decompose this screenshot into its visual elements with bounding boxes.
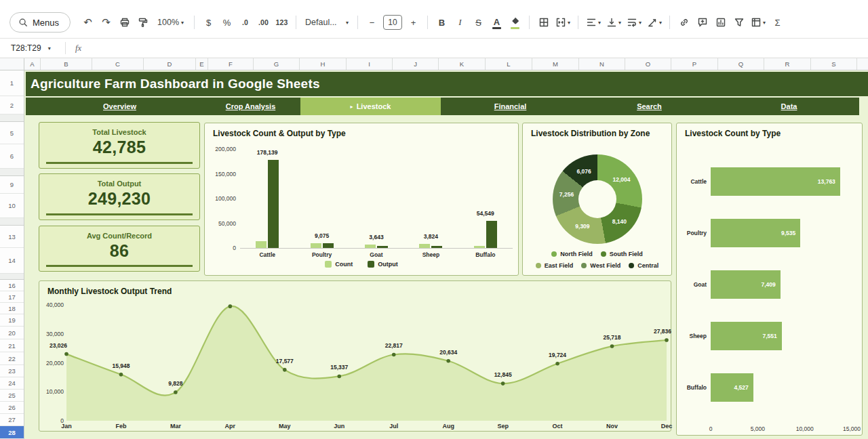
row-header-18[interactable]: 18 bbox=[0, 303, 24, 314]
column-header-P[interactable]: P bbox=[671, 58, 718, 70]
count-bar-cattle[interactable] bbox=[256, 241, 267, 248]
count-bar-cattle[interactable]: 13,763 bbox=[711, 167, 840, 196]
strikethrough-button[interactable]: S bbox=[470, 14, 487, 31]
nav-tab-search[interactable]: Search bbox=[580, 98, 719, 115]
chart-monthly-output-trend[interactable]: Monthly Livestock Output Trend 010,00020… bbox=[39, 280, 671, 432]
row-header-27[interactable]: 27 bbox=[0, 414, 24, 426]
text-wrap-button[interactable]: ▾ bbox=[625, 14, 644, 31]
column-header-L[interactable]: L bbox=[486, 58, 532, 70]
nav-tab-crop-analysis[interactable]: Crop Analysis bbox=[201, 98, 300, 115]
column-header-K[interactable]: K bbox=[439, 58, 486, 70]
row-header-5[interactable]: 5 bbox=[0, 122, 24, 144]
count-bar-poultry[interactable] bbox=[311, 243, 321, 248]
count-bar-sheep[interactable]: 7,551 bbox=[711, 322, 782, 350]
count-bar-goat[interactable] bbox=[365, 245, 376, 248]
count-bar-buffalo[interactable]: 4,527 bbox=[711, 373, 753, 402]
nav-tab-financial[interactable]: Financial bbox=[441, 98, 580, 115]
kpi-card-3[interactable]: Avg Count/Record86 bbox=[39, 226, 200, 272]
nav-tab-data[interactable]: Data bbox=[719, 98, 859, 115]
table-views-button[interactable]: ▾ bbox=[749, 14, 768, 31]
row-header-16[interactable]: 16 bbox=[0, 280, 24, 291]
chart-distribution-by-zone[interactable]: Livestock Distribution by Zone 12,0048,1… bbox=[522, 123, 672, 276]
column-header-E[interactable]: E bbox=[196, 58, 208, 70]
column-header-Q[interactable]: Q bbox=[718, 58, 764, 70]
decrease-font-size-button[interactable]: − bbox=[363, 14, 380, 31]
row-header-20[interactable]: 20 bbox=[0, 327, 24, 339]
column-header-H[interactable]: H bbox=[300, 58, 347, 70]
column-header-R[interactable]: R bbox=[764, 58, 811, 70]
column-header-C[interactable]: C bbox=[92, 58, 144, 70]
chart-count-by-type[interactable]: Livestock Count by Type Cattle13,763Poul… bbox=[676, 123, 863, 436]
insert-link-button[interactable] bbox=[675, 14, 692, 31]
nav-tab-livestock[interactable]: ▸Livestock bbox=[300, 98, 441, 115]
column-header-M[interactable]: M bbox=[532, 58, 579, 70]
row-header-14[interactable]: 14 bbox=[0, 248, 24, 274]
count-bar-poultry[interactable]: 9,535 bbox=[711, 219, 800, 247]
functions-button[interactable]: Σ bbox=[769, 14, 786, 31]
kpi-card-1[interactable]: Total Livestock42,785 bbox=[39, 122, 200, 169]
hidden-rows-indicator[interactable] bbox=[0, 274, 24, 280]
zoom-select[interactable]: 100% ▾ bbox=[155, 14, 186, 31]
row-header-23[interactable]: 23 bbox=[0, 365, 24, 377]
fill-color-button[interactable] bbox=[507, 14, 524, 31]
column-header-J[interactable]: J bbox=[393, 58, 439, 70]
column-header-O[interactable]: O bbox=[625, 58, 671, 70]
column-header-G[interactable]: G bbox=[254, 58, 300, 70]
column-header-I[interactable]: I bbox=[347, 58, 393, 70]
name-box[interactable]: T28:T29 ▾ bbox=[0, 39, 62, 58]
output-bar-poultry[interactable] bbox=[323, 243, 334, 248]
output-bar-buffalo[interactable] bbox=[486, 221, 497, 248]
format-percent-button[interactable]: % bbox=[218, 14, 235, 31]
column-header-N[interactable]: N bbox=[579, 58, 625, 70]
font-size-input[interactable]: 10 bbox=[383, 15, 402, 30]
vertical-align-button[interactable]: ▾ bbox=[604, 14, 623, 31]
borders-button[interactable] bbox=[535, 14, 552, 31]
create-filter-button[interactable] bbox=[730, 14, 747, 31]
more-formats-button[interactable]: 123 bbox=[273, 14, 290, 31]
donut-ring[interactable] bbox=[553, 154, 642, 244]
hidden-rows-indicator[interactable] bbox=[0, 169, 24, 176]
row-header-19[interactable]: 19 bbox=[0, 314, 24, 327]
output-bar-cattle[interactable] bbox=[268, 160, 279, 248]
decrease-decimal-button[interactable]: .0 bbox=[237, 14, 254, 31]
row-header-26[interactable]: 26 bbox=[0, 402, 24, 414]
merge-cells-button[interactable]: ▾ bbox=[553, 14, 572, 31]
format-currency-button[interactable]: $ bbox=[200, 14, 217, 31]
count-bar-goat[interactable]: 7,409 bbox=[711, 270, 781, 299]
output-bar-goat[interactable] bbox=[377, 246, 388, 248]
increase-decimal-button[interactable]: .00 bbox=[255, 14, 272, 31]
select-all-corner[interactable] bbox=[0, 58, 24, 70]
menus-button[interactable]: Menus bbox=[9, 12, 71, 33]
undo-button[interactable]: ↶ bbox=[79, 14, 96, 31]
text-color-button[interactable]: A bbox=[488, 14, 505, 31]
row-header-22[interactable]: 22 bbox=[0, 352, 24, 365]
kpi-card-2[interactable]: Total Output249,230 bbox=[39, 173, 200, 220]
italic-button[interactable]: I bbox=[452, 14, 469, 31]
text-rotation-button[interactable]: ▾ bbox=[645, 14, 664, 31]
column-header-D[interactable]: D bbox=[144, 58, 196, 70]
row-header-21[interactable]: 21 bbox=[0, 339, 24, 352]
row-header-28[interactable]: 28 bbox=[0, 426, 24, 439]
row-header-1[interactable]: 1 bbox=[0, 70, 24, 96]
horizontal-align-button[interactable]: ▾ bbox=[584, 14, 603, 31]
paint-format-button[interactable] bbox=[134, 14, 151, 31]
insert-chart-button[interactable] bbox=[712, 14, 729, 31]
hidden-rows-indicator[interactable] bbox=[0, 114, 24, 122]
row-header-6[interactable]: 6 bbox=[0, 144, 24, 169]
row-header-2[interactable]: 2 bbox=[0, 96, 24, 114]
column-header-S[interactable]: S bbox=[811, 58, 857, 70]
row-header-24[interactable]: 24 bbox=[0, 377, 24, 390]
count-bar-sheep[interactable] bbox=[419, 244, 430, 248]
hidden-rows-indicator[interactable] bbox=[0, 218, 24, 226]
print-button[interactable] bbox=[116, 14, 133, 31]
bold-button[interactable]: B bbox=[433, 14, 450, 31]
row-header-17[interactable]: 17 bbox=[0, 291, 24, 303]
column-header-A[interactable]: A bbox=[24, 58, 41, 70]
chart-count-output-by-type[interactable]: Livestock Count & Output by Type 050,000… bbox=[204, 123, 519, 276]
formula-input[interactable] bbox=[81, 39, 868, 58]
row-header-13[interactable]: 13 bbox=[0, 226, 24, 248]
count-bar-buffalo[interactable] bbox=[474, 246, 485, 248]
insert-comment-button[interactable] bbox=[694, 14, 711, 31]
redo-button[interactable]: ↷ bbox=[98, 14, 115, 31]
increase-font-size-button[interactable]: + bbox=[405, 14, 422, 31]
